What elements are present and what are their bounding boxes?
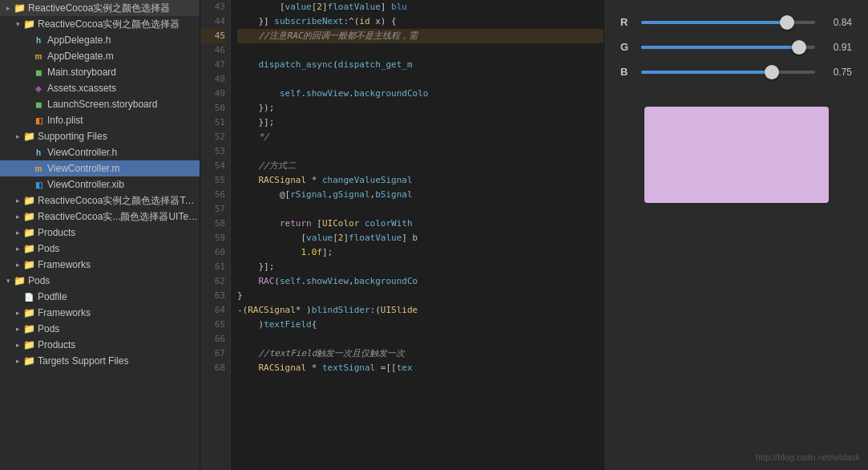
sidebar-item-podfile[interactable]: 📄 Podfile bbox=[0, 289, 200, 305]
line-num-67: 67 bbox=[200, 346, 225, 361]
sidebar-item-viewcontroller-m[interactable]: m ViewController.m bbox=[0, 160, 200, 176]
sidebar-item-pods-root[interactable]: 📁 Pods bbox=[0, 273, 200, 289]
code-view: 43 44 45 46 47 48 49 50 51 52 53 54 55 5… bbox=[200, 0, 604, 470]
line-num-49: 49 bbox=[200, 87, 225, 101]
folder-icon: 📁 bbox=[22, 18, 35, 30]
plist-icon: ◧ bbox=[32, 115, 45, 126]
sidebar-item-frameworks1[interactable]: 📁 Frameworks bbox=[0, 257, 200, 273]
folder-icon: 📁 bbox=[22, 243, 35, 254]
sidebar-item-launchscreen[interactable]: ◼ LaunchScreen.storyboard bbox=[0, 96, 200, 112]
slider-b-track bbox=[641, 71, 815, 74]
sidebar-item-frameworks2[interactable]: 📁 Frameworks bbox=[0, 305, 200, 321]
sidebar-item-pods2[interactable]: 📁 Pods bbox=[0, 321, 200, 337]
sidebar-item-label: Info.plist bbox=[47, 115, 200, 126]
slider-r-thumb[interactable] bbox=[780, 15, 794, 30]
line-num-64: 64 bbox=[200, 303, 225, 318]
line-num-60: 60 bbox=[200, 245, 225, 260]
sidebar-item-label: Podfile bbox=[38, 291, 200, 302]
arrow-icon bbox=[13, 341, 22, 349]
slider-r-label: R bbox=[620, 16, 633, 28]
line-num-56: 56 bbox=[200, 188, 225, 202]
folder-icon: 📁 bbox=[22, 211, 35, 222]
code-line-63: } bbox=[237, 289, 604, 303]
code-line-62: RAC(self.showView,backgroundCo bbox=[237, 274, 604, 289]
sidebar-item-viewcontroller-xib[interactable]: ◧ ViewController.xib bbox=[0, 176, 200, 192]
code-line-49: self.showView.backgroundColo bbox=[237, 87, 604, 101]
sidebar-item-label: Pods bbox=[38, 323, 200, 334]
arrow-icon bbox=[13, 357, 22, 365]
sidebar-item-tests[interactable]: 📁 ReactiveCocoa实例之颜色选择器Tests bbox=[0, 192, 200, 209]
sidebar-item-viewcontroller-h[interactable]: h ViewController.h bbox=[0, 144, 200, 160]
sidebar-item-label: Targets Support Files bbox=[38, 355, 200, 367]
sidebar-item-label: Supporting Files bbox=[38, 131, 200, 142]
line-numbers: 43 44 45 46 47 48 49 50 51 52 53 54 55 5… bbox=[200, 0, 231, 470]
folder-icon: 📁 bbox=[22, 339, 35, 350]
color-preview-box bbox=[644, 107, 829, 203]
slider-row-b: B 0.75 bbox=[620, 66, 852, 78]
sidebar-item-products1[interactable]: 📁 Products bbox=[0, 225, 200, 241]
sidebar-item-label: Main.storyboard bbox=[47, 67, 200, 78]
code-line-47: dispatch_async(dispatch_get_m bbox=[237, 58, 604, 72]
arrow-icon bbox=[13, 325, 22, 333]
line-num-47: 47 bbox=[200, 58, 225, 72]
code-line-51: }]; bbox=[237, 115, 604, 130]
code-line-43: [value[2]floatValue] blu bbox=[237, 0, 604, 14]
sliders-area: R 0.84 G 0.91 B bbox=[604, 0, 868, 99]
code-line-50: }); bbox=[237, 101, 604, 115]
code-content[interactable]: [value[2]floatValue] blu }] subscribeNex… bbox=[231, 0, 604, 470]
slider-g-thumb[interactable] bbox=[792, 40, 806, 55]
code-line-65: )textField{ bbox=[237, 318, 604, 332]
line-num-51: 51 bbox=[200, 115, 225, 130]
slider-r-fill bbox=[641, 21, 787, 24]
slider-b-thumb[interactable] bbox=[765, 65, 779, 79]
sidebar-item-label: ViewController.xib bbox=[47, 179, 200, 190]
arrow-icon bbox=[13, 261, 22, 269]
slider-b-track-container bbox=[641, 71, 815, 74]
code-line-57 bbox=[237, 202, 604, 217]
folder-icon: 📁 bbox=[13, 2, 26, 14]
arrow-icon bbox=[13, 197, 22, 205]
sidebar-item-label: Frameworks bbox=[38, 307, 200, 318]
sidebar-item-label: Assets.xcassets bbox=[47, 83, 200, 94]
sidebar-item-pods-group[interactable]: 📁 Pods bbox=[0, 241, 200, 257]
m-file-icon: m bbox=[32, 163, 45, 174]
sidebar-item-appdelegate-m[interactable]: m AppDelegate.m bbox=[0, 48, 200, 64]
sidebar-item-label: ReactiveCocoa实例之颜色选择器 bbox=[28, 2, 200, 15]
arrow-icon bbox=[13, 213, 22, 221]
sidebar-item-root2[interactable]: 📁 ReactiveCocoa实例之颜色选择器 bbox=[0, 16, 200, 32]
line-num-59: 59 bbox=[200, 231, 225, 245]
arrow-icon bbox=[3, 4, 13, 12]
code-line-46 bbox=[237, 43, 604, 58]
code-line-59: [value[2]floatValue] b bbox=[237, 231, 604, 245]
sidebar-item-appdelegate-h[interactable]: h AppDelegate.h bbox=[0, 32, 200, 48]
sidebar-item-products2[interactable]: 📁 Products bbox=[0, 337, 200, 353]
slider-row-r: R 0.84 bbox=[620, 16, 852, 28]
sidebar-item-main-storyboard[interactable]: ◼ Main.storyboard bbox=[0, 64, 200, 80]
sidebar-item-infoplist[interactable]: ◧ Info.plist bbox=[0, 112, 200, 128]
line-num-58: 58 bbox=[200, 217, 225, 231]
h-file-icon: h bbox=[32, 147, 45, 158]
line-num-52: 52 bbox=[200, 130, 225, 144]
code-line-61: }]; bbox=[237, 260, 604, 274]
sidebar-item-targets[interactable]: 📁 Targets Support Files bbox=[0, 353, 200, 369]
slider-r-track-container bbox=[641, 21, 815, 24]
folder-icon: 📁 bbox=[22, 131, 35, 142]
sidebar-item-assets[interactable]: ◈ Assets.xcassets bbox=[0, 80, 200, 96]
sidebar-item-root1[interactable]: 📁 ReactiveCocoa实例之颜色选择器 bbox=[0, 0, 200, 16]
sidebar-item-supporting-files[interactable]: 📁 Supporting Files bbox=[0, 128, 200, 144]
slider-g-label: G bbox=[620, 41, 633, 53]
code-line-52: */ bbox=[237, 130, 604, 144]
sidebar-item-uitests[interactable]: 📁 ReactiveCocoa实...颜色选择器UITests bbox=[0, 209, 200, 225]
line-num-65: 65 bbox=[200, 318, 225, 332]
line-num-50: 50 bbox=[200, 101, 225, 115]
sidebar-item-label: ReactiveCocoa实例之颜色选择器Tests bbox=[38, 194, 200, 208]
code-line-54: //方式二 bbox=[237, 159, 604, 173]
sidebar-item-label: Pods bbox=[28, 275, 200, 286]
code-line-48 bbox=[237, 72, 604, 87]
storyboard-icon: ◼ bbox=[32, 67, 45, 78]
slider-b-label: B bbox=[620, 66, 633, 78]
slider-g-fill bbox=[641, 46, 799, 49]
sidebar-item-label: Pods bbox=[38, 243, 200, 254]
sidebar-item-label: ReactiveCocoa实例之颜色选择器 bbox=[38, 18, 200, 31]
arrow-icon bbox=[13, 20, 22, 28]
